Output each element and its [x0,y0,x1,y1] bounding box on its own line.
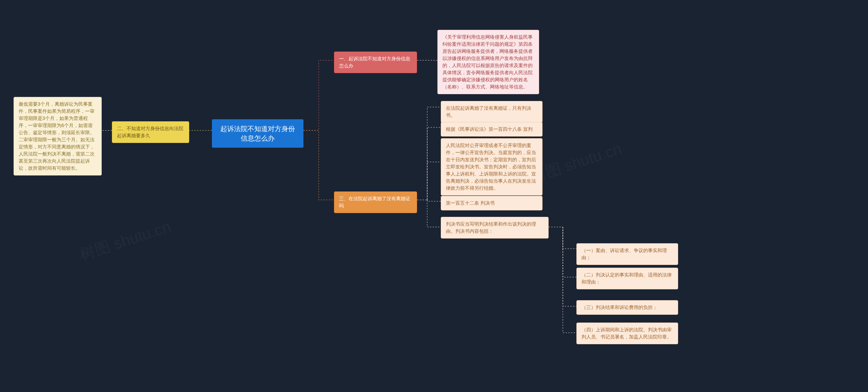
branch-3-item-5: 判决书应当写明判决结果和作出该判决的理由。判决书内容包括： [441,217,549,239]
branch-3-item-2: 根据《民事诉讼法》第一百四十八条 宣判 [441,122,542,137]
branch-3-sub-2: （二）判决认定的事实和理由、适用的法律和理由； [576,268,678,289]
branch-2[interactable]: 二、不知道对方身份信息向法院起诉离婚要多久 [112,121,189,143]
branch-3-item-1: 在法院起诉离婚了没有离婚证，只有判决书。 [441,101,542,123]
root-node[interactable]: 起诉法院不知道对方身份信息怎么办 [212,119,303,148]
watermark: 树图 shutu.cn [77,216,173,265]
branch-3-sub-4: （四）上诉期间和上诉的法院。判决书由审判人员、书记员署名，加盖人民法院印章。 [576,323,678,344]
branch-3-item-3: 人民法院对公开审理或者不公开审理的案件，一律公开宣告判决。当庭宣判的，应当在十日… [441,138,542,195]
branch-1[interactable]: 一、起诉法院不知道对方身份信息怎么办 [334,51,417,73]
branch-3-sub-1: （一）案由、诉讼请求、争议的事实和理由； [576,243,678,265]
branch-1-detail: 《关于审理利用信息网络侵害人身权益民事纠纷案件适用法律若干问题的规定》第四条 原… [437,30,539,94]
branch-3-item-4: 第一百五十二条 判决书 [441,196,542,210]
branch-3[interactable]: 三、在法院起诉离婚了没有离婚证吗 [334,191,417,213]
connector-lines [0,0,868,392]
branch-2-detail: 最低需要3个月，离婚诉讼为民事案件，民事案件如果为简易程序，一审审理期限是3个月… [14,97,102,176]
branch-3-sub-3: （三）判决结果和诉讼费用的负担； [576,300,678,315]
